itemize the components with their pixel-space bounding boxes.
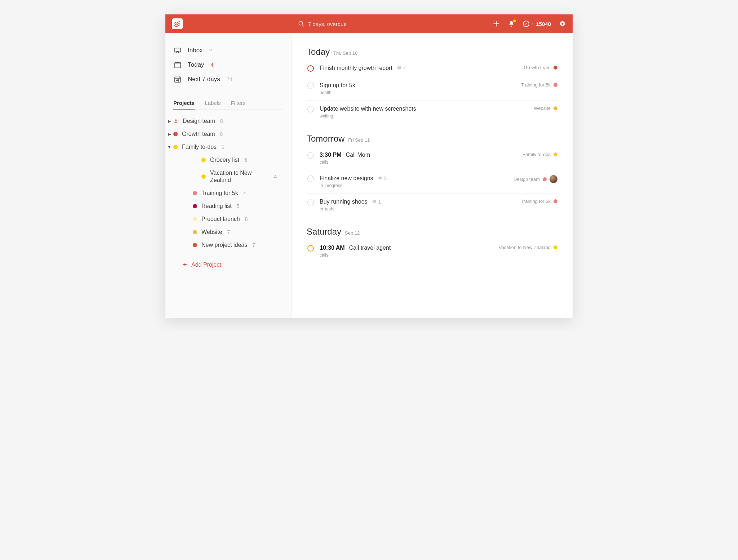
task-subtext: health xyxy=(320,90,515,95)
svg-point-6 xyxy=(561,23,563,25)
task-row[interactable]: Finish monthly growth report4Growth team xyxy=(307,60,557,77)
task-checkbox[interactable] xyxy=(307,106,314,112)
task-checkbox[interactable] xyxy=(307,175,314,182)
task-project-label: Training for 5k xyxy=(521,199,551,204)
app-window: ✓ ↑ 15040 Inbox2Today4+7Next 7 days24 Pr… xyxy=(165,14,573,318)
nav-count: 4 xyxy=(210,62,213,68)
task-comments[interactable]: 1 xyxy=(372,199,381,205)
search-input[interactable] xyxy=(308,21,380,27)
plus-icon xyxy=(493,20,500,27)
task-checkbox[interactable] xyxy=(307,152,314,159)
day-header: TomorrowFri Sep 11 xyxy=(307,134,557,144)
gear-icon xyxy=(559,20,566,28)
task-row[interactable]: Sign up for 5khealthTraining for 5k xyxy=(307,77,557,101)
tab-projects[interactable]: Projects xyxy=(173,97,195,110)
task-title: Buy running shoes xyxy=(320,199,368,205)
project-color-dot xyxy=(554,106,557,110)
nav-primary: Inbox2Today4+7Next 7 days24 xyxy=(165,43,291,92)
add-project-button[interactable]: + Add Project xyxy=(165,257,291,273)
task-row[interactable]: Finalize new designs5in_progressDesign t… xyxy=(307,170,557,194)
add-project-label: Add Project xyxy=(191,262,221,268)
project-count: 7 xyxy=(252,242,255,248)
settings-button[interactable] xyxy=(559,20,566,27)
nav-inbox[interactable]: Inbox2 xyxy=(165,43,291,58)
task-title: Update website with new screenshots xyxy=(320,106,416,112)
project-color-dot xyxy=(543,177,547,181)
task-project-label: Growth team xyxy=(524,65,551,70)
task-project-label: Family to-dos xyxy=(523,152,551,157)
project-item[interactable]: Reading list5 xyxy=(165,200,291,213)
task-checkbox[interactable] xyxy=(307,245,314,252)
task-checkbox[interactable] xyxy=(307,199,314,205)
project-item[interactable]: ▼Family to-dos1 xyxy=(165,141,291,154)
karma-circle-icon: ✓ xyxy=(523,21,529,27)
app-logo[interactable] xyxy=(172,18,183,29)
project-item[interactable]: ▶Design team8 xyxy=(165,115,291,128)
comment-icon xyxy=(378,176,383,181)
assignee-avatar[interactable] xyxy=(550,175,557,183)
task-time: 10:30 AM xyxy=(320,245,345,251)
project-color-dot xyxy=(193,191,197,195)
sidebar: Inbox2Today4+7Next 7 days24 ProjectsLabe… xyxy=(165,33,292,318)
notifications-button[interactable] xyxy=(508,20,515,27)
project-count: 7 xyxy=(227,229,230,235)
task-subtext: in_progress xyxy=(320,183,508,188)
notification-dot-icon xyxy=(513,19,516,22)
project-item[interactable]: Grocery list6 xyxy=(165,154,291,166)
arrow-up-icon: ↑ xyxy=(532,21,534,26)
project-count: 5 xyxy=(237,203,240,209)
nav-today[interactable]: Today4 xyxy=(165,58,291,72)
project-item[interactable]: Product launch8 xyxy=(165,213,291,226)
svg-rect-7 xyxy=(175,63,181,68)
project-item[interactable]: ▶Growth team8 xyxy=(165,128,291,141)
task-row[interactable]: Update website with new screenshotswaiti… xyxy=(307,101,557,124)
project-item[interactable]: Training for 5k4 xyxy=(165,187,291,200)
task-row[interactable]: Buy running shoes1errandsTraining for 5k xyxy=(307,194,557,217)
karma-indicator[interactable]: ✓ ↑ 15040 xyxy=(523,21,551,27)
project-count: 6 xyxy=(244,157,247,163)
tab-filters[interactable]: Filters xyxy=(231,97,245,110)
task-title: Call travel agent xyxy=(349,245,391,251)
main-content: TodayThu Sep 10Finish monthly growth rep… xyxy=(292,33,573,318)
day-date: Sep 12 xyxy=(345,230,360,236)
task-checkbox[interactable] xyxy=(307,83,314,89)
svg-line-1 xyxy=(302,25,304,26)
task-title: Sign up for 5k xyxy=(320,82,355,89)
task-checkbox[interactable] xyxy=(307,65,314,72)
project-name: Product launch xyxy=(201,215,240,223)
project-name: Family to-dos xyxy=(182,143,217,151)
task-content: 3:30 PMCall Momcalls xyxy=(320,152,517,165)
project-color-dot xyxy=(173,132,178,136)
task-meta: Website xyxy=(534,106,557,111)
chevron-right-icon: ▶ xyxy=(167,132,172,137)
chevron-right-icon: ▶ xyxy=(167,119,172,124)
task-row[interactable]: 3:30 PMCall MomcallsFamily to-dos xyxy=(307,147,557,170)
project-name: Vacation to New Zealand xyxy=(210,169,269,184)
task-row[interactable]: 10:30 AMCall travel agentcallsVacation t… xyxy=(307,240,557,263)
header-actions: ✓ ↑ 15040 xyxy=(493,20,566,27)
project-item[interactable]: Website7 xyxy=(165,226,291,239)
comment-count: 1 xyxy=(378,199,381,205)
task-comments[interactable]: 4 xyxy=(397,65,406,71)
task-subtext: errands xyxy=(320,206,515,212)
task-list: Finish monthly growth report4Growth team… xyxy=(307,60,557,124)
search[interactable] xyxy=(298,21,380,27)
task-comments[interactable]: 5 xyxy=(378,175,387,181)
comment-icon xyxy=(397,66,402,71)
project-name: Website xyxy=(201,228,222,236)
project-color-dot xyxy=(193,243,197,247)
comment-count: 4 xyxy=(403,65,406,71)
task-meta: Training for 5k xyxy=(521,82,557,88)
project-item[interactable]: Vacation to New Zealand4 xyxy=(165,166,291,187)
project-count: 8 xyxy=(220,118,223,124)
task-content: 10:30 AMCall travel agentcalls xyxy=(320,245,493,258)
check-icon: ✓ xyxy=(525,22,528,26)
add-task-button[interactable] xyxy=(493,20,500,27)
project-count: 1 xyxy=(222,144,224,150)
svg-point-4 xyxy=(511,26,512,27)
project-count: 8 xyxy=(220,131,223,137)
nav-next-7-days[interactable]: +7Next 7 days24 xyxy=(165,72,291,86)
tab-labels[interactable]: Labels xyxy=(205,97,221,110)
comment-count: 5 xyxy=(384,175,387,181)
project-item[interactable]: New project ideas7 xyxy=(165,239,291,252)
